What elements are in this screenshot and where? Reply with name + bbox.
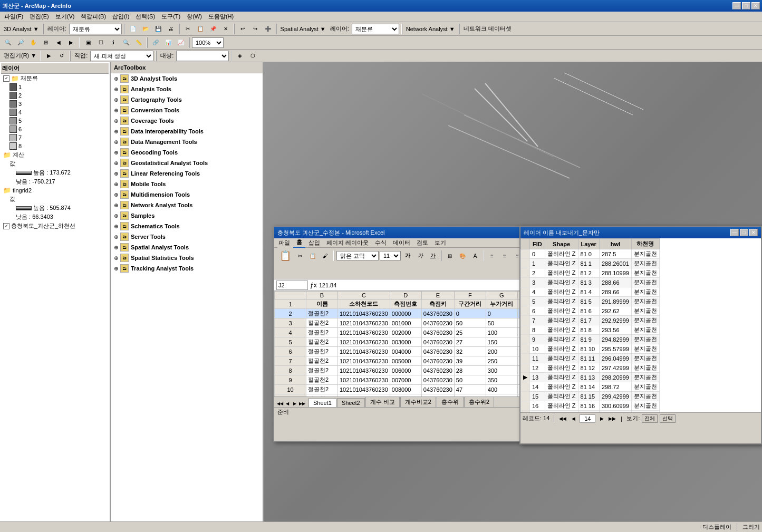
toolbox-item-linref[interactable]: ⊕ 🗂 Linear Referencing Tools: [111, 168, 263, 179]
toc-item-low2[interactable]: 낮음 : 66.3403: [1, 212, 109, 221]
checkbox-river[interactable]: ✓: [3, 223, 9, 229]
attr-cell[interactable]: 81 12: [578, 363, 599, 373]
clear-btn[interactable]: ☐: [95, 37, 107, 49]
attr-cell[interactable]: 16: [530, 401, 545, 411]
excel-fmt-painter[interactable]: 🖌: [320, 250, 331, 261]
layer-dropdown[interactable]: 재분류: [69, 24, 122, 34]
editor-label[interactable]: 편집기(R) ▼: [2, 52, 38, 60]
zoom-out-btn[interactable]: 🔎: [15, 37, 26, 49]
attr-cell[interactable]: 297.42999: [599, 363, 631, 373]
excel-cell[interactable]: 27: [454, 337, 486, 347]
pan-btn[interactable]: ✋: [27, 37, 39, 49]
attr-cell[interactable]: 폴리라인 Z: [545, 344, 578, 354]
sheet-tab-flood[interactable]: 홍수위: [437, 396, 464, 407]
excel-cell[interactable]: 043760230: [421, 347, 454, 356]
attr-cell[interactable]: 4: [530, 287, 545, 297]
attr-cell[interactable]: 폴리라인 Z: [545, 392, 578, 401]
attr-cell[interactable]: 10: [530, 344, 545, 354]
menu-help[interactable]: 도움말(H): [205, 12, 237, 22]
excel-cell[interactable]: 043760230: [421, 375, 454, 385]
excel-border-btn[interactable]: ⊞: [444, 250, 456, 261]
attr-cell[interactable]: 81 3: [578, 278, 599, 287]
toolbox-item-carto[interactable]: ⊕ 🗂 Cartography Tools: [111, 94, 263, 105]
attr-cell[interactable]: 분지골천: [631, 306, 659, 316]
sheet-tab-count-compare2[interactable]: 개수비교2: [400, 396, 436, 407]
attr-cell[interactable]: 81 9: [578, 335, 599, 344]
attr-cell[interactable]: 분지골천: [631, 325, 659, 335]
new-btn[interactable]: 📄: [127, 23, 139, 35]
excel-menu-insert[interactable]: 삽입: [305, 238, 323, 247]
excel-cell[interactable]: 043760230: [421, 366, 454, 375]
excel-cell[interactable]: 002000: [390, 328, 421, 337]
excel-cell[interactable]: 043760230: [421, 318, 454, 328]
col-F[interactable]: F: [454, 292, 486, 299]
excel-cell[interactable]: 300: [486, 366, 517, 375]
checkbox-reclass[interactable]: ✓: [3, 75, 9, 82]
attr-cell[interactable]: 분지골천: [631, 382, 659, 392]
excel-cell[interactable]: 25: [454, 328, 486, 337]
sheet-nav-next[interactable]: ▶: [291, 400, 298, 407]
excel-cell[interactable]: 28: [454, 366, 486, 375]
scale-dropdown[interactable]: 100%: [192, 37, 224, 48]
attr-cell[interactable]: 81 5: [578, 297, 599, 306]
cell-1-E[interactable]: 측점키: [421, 299, 454, 309]
attr-cell[interactable]: 1: [530, 259, 545, 268]
toolbox-item-datamgmt[interactable]: ⊕ 🗂 Data Management Tools: [111, 137, 263, 147]
attr-cell[interactable]: 0: [530, 249, 545, 259]
attr-cell[interactable]: 303.87999: [599, 411, 631, 413]
excel-cell[interactable]: 043760230: [421, 356, 454, 366]
excel-cell[interactable]: 47: [454, 385, 486, 394]
excel-align-center[interactable]: ≡: [499, 250, 510, 261]
attr-cell[interactable]: 폴리라인 Z: [545, 335, 578, 344]
attr-cell[interactable]: 298.20999: [599, 373, 631, 382]
sheet-tab-flood2[interactable]: 홍수위2: [464, 396, 494, 407]
network-analyst-label[interactable]: Network Analyst ▼: [404, 26, 457, 32]
excel-cell[interactable]: 절골천2: [306, 375, 338, 385]
spatial-analyst-label[interactable]: Spatial Analyst ▼: [279, 26, 327, 32]
attr-cell[interactable]: 11: [530, 354, 545, 363]
excel-cell[interactable]: 102101043760230: [338, 356, 390, 366]
excel-cell[interactable]: 0: [486, 309, 517, 318]
attr-cell[interactable]: 분지골천: [631, 354, 659, 363]
undo-btn[interactable]: ↩: [237, 23, 248, 35]
excel-cell[interactable]: 100: [486, 328, 517, 337]
toolbox-item-interop[interactable]: ⊕ 🗂 Data Interoperability Tools: [111, 126, 263, 137]
attr-cell[interactable]: 8: [530, 325, 545, 335]
attr-cell[interactable]: 294.82999: [599, 335, 631, 344]
toolbox-item-conversion[interactable]: ⊕ 🗂 Conversion Tools: [111, 105, 263, 115]
attr-cell[interactable]: 폴리라인 Z: [545, 354, 578, 363]
excel-cell[interactable]: 32: [454, 347, 486, 356]
attr-cell[interactable]: 81 14: [578, 382, 599, 392]
attr-col-river-name[interactable]: 하천명: [631, 239, 659, 249]
attr-cell[interactable]: 분지골천: [631, 249, 659, 259]
excel-cell[interactable]: 350: [486, 375, 517, 385]
delete-btn[interactable]: ✕: [220, 23, 232, 35]
attr-cell[interactable]: 분지골천: [631, 268, 659, 278]
copy-btn[interactable]: 📋: [195, 23, 206, 35]
edit-select-btn[interactable]: ▶: [43, 50, 55, 62]
attr-col-hwl[interactable]: hwl: [599, 239, 631, 249]
menu-file[interactable]: 파일(F): [1, 12, 26, 22]
menu-select[interactable]: 선택(S): [132, 12, 158, 22]
open-btn[interactable]: 📂: [140, 23, 151, 35]
edit-rotate-btn[interactable]: ↺: [56, 50, 67, 62]
toc-item-8[interactable]: 8: [1, 142, 109, 150]
excel-align-left[interactable]: ≡: [486, 250, 498, 261]
attr-col-shape[interactable]: Shape: [545, 239, 578, 249]
attr-cell[interactable]: 폴리라인 Z: [545, 316, 578, 325]
toolbox-item-server[interactable]: ⊕ 🗂 Server Tools: [111, 231, 263, 242]
attr-cell[interactable]: 13: [530, 373, 545, 382]
excel-menu-view[interactable]: 보기: [431, 238, 449, 247]
excel-italic-btn[interactable]: 가: [414, 250, 426, 261]
excel-cell[interactable]: 043760230: [421, 337, 454, 347]
measure-btn[interactable]: 📏: [133, 37, 144, 49]
attr-cell[interactable]: 81 13: [578, 373, 599, 382]
prev-extent-btn[interactable]: ◀: [53, 37, 64, 49]
cell-1-B[interactable]: 이름: [306, 299, 338, 309]
hyperlnk-btn[interactable]: 🔗: [150, 37, 161, 49]
excel-fillcolor-btn[interactable]: 🎨: [457, 250, 468, 261]
excel-cell[interactable]: 000000: [390, 309, 421, 318]
excel-menu-home[interactable]: 홈: [293, 238, 305, 248]
excel-underline-btn[interactable]: 가: [427, 250, 439, 261]
identify-btn[interactable]: ℹ: [108, 37, 119, 49]
